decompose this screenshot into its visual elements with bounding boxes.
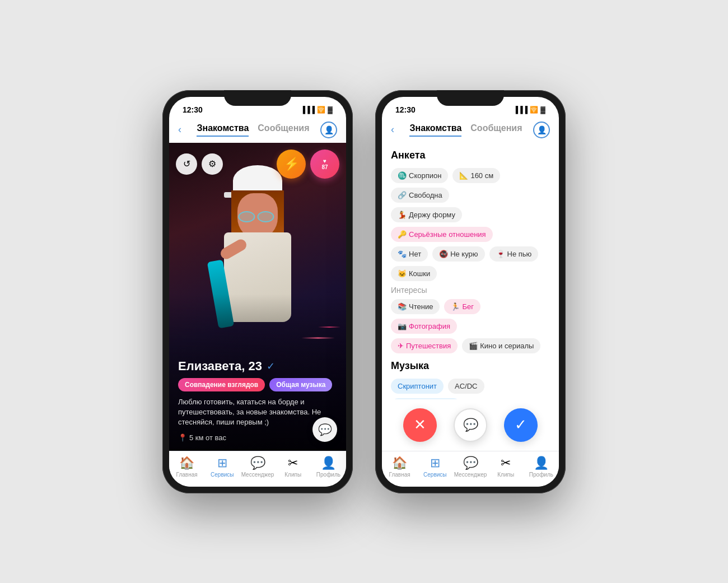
chip-fitness-icon: 💃	[398, 211, 407, 219]
tab-dating-1[interactable]: Знакомства	[197, 123, 249, 137]
location-text: 5 км от вас	[189, 433, 226, 442]
dislike-button[interactable]: ✕	[403, 408, 437, 442]
nav-bar-2: ‹ Знакомства Сообщения 👤	[382, 119, 559, 143]
chip-relationship: 🔑Серьёзные отношения	[391, 227, 493, 242]
chip-status-text: Свободна	[409, 191, 442, 199]
filter-button[interactable]: ⚙	[202, 153, 223, 175]
likes-counter[interactable]: ♥ 87	[310, 150, 339, 179]
refresh-button[interactable]: ↺	[176, 153, 197, 175]
phone-2-screen: 12:30 ▐▐▐ 🛜 ▓ ‹ Знакомства Сообщения 👤 А…	[382, 97, 559, 487]
dating-card[interactable]: ↺ ⚙ ⚡ ♥ 87	[169, 143, 346, 451]
chip-photo-text: Фотография	[409, 322, 450, 330]
profile-icon-1[interactable]: 👤	[320, 122, 337, 138]
chip-children-icon: 🐾	[398, 250, 407, 258]
tag-views: Совпадение взглядов	[178, 378, 265, 391]
chip-smoking-text: Не курю	[450, 250, 478, 258]
tags-row: Совпадение взглядов Общая музыка	[178, 378, 337, 391]
nav-tabs-2: Знакомства Сообщения	[399, 123, 533, 137]
battery-icon-2: ▓	[540, 106, 545, 114]
tab-home-1[interactable]: 🏠 Главная	[169, 456, 204, 478]
interests-row-2: ✈Путешествия 🎬Кино и сериалы	[391, 338, 550, 353]
tab-services-1[interactable]: ⊞ Сервисы	[204, 456, 240, 478]
chip-skriptonit: Скриптонит	[391, 379, 444, 394]
tab-messenger-2[interactable]: 💬 Мессенджер	[452, 456, 488, 478]
interests-row-1: 📚Чтение 🏃Бег 📷Фотография	[391, 299, 550, 334]
top-right-controls: ⚡ ♥ 87	[277, 150, 339, 179]
tab-clips-2[interactable]: ✂ Клипы	[488, 456, 524, 478]
chip-travel: ✈Путешествия	[391, 338, 458, 353]
chip-acdc-text: AC/DC	[455, 382, 477, 390]
chip-children-text: Нет	[409, 250, 421, 258]
glasses	[238, 211, 274, 222]
chip-running: 🏃Бег	[444, 299, 480, 314]
signal-icon: ▐▐▐	[301, 106, 315, 114]
chip-smoking-icon: 🚭	[439, 250, 448, 258]
tab-home-2[interactable]: 🏠 Главная	[382, 456, 417, 478]
back-button-2[interactable]: ‹	[391, 124, 394, 136]
chat-float-button[interactable]: 💬	[312, 417, 337, 442]
boost-button[interactable]: ⚡	[277, 150, 306, 179]
chip-zodiac-icon: ♏	[398, 171, 407, 180]
music-title: Музыка	[391, 360, 550, 372]
music-section: Музыка Скриптонит AC/DC Justin Timberlak…	[391, 360, 550, 399]
chip-pets-icon: 🐱	[398, 269, 407, 278]
tab-bar-1: 🏠 Главная ⊞ Сервисы 💬 Мессенджер ✂ Клипы…	[169, 451, 346, 487]
chip-cinema-icon: 🎬	[469, 342, 478, 350]
user-name-line: Елизавета, 23 ✓	[178, 359, 337, 374]
profile-tab-label-1: Профиль	[316, 472, 340, 478]
wifi-icon: 🛜	[317, 106, 325, 114]
chip-drinking-text: Не пью	[507, 250, 532, 258]
status-icons-2: ▐▐▐ 🛜 ▓	[514, 106, 545, 114]
card-top-controls: ↺ ⚙ ⚡ ♥ 87	[176, 150, 339, 179]
chip-pets-text: Кошки	[409, 269, 430, 278]
tab-clips-1[interactable]: ✂ Клипы	[276, 456, 311, 478]
tag-music: Общая музыка	[269, 378, 332, 391]
chip-rel-text: Серьёзные отношения	[409, 230, 486, 239]
profile-tab-icon-1: 👤	[321, 456, 336, 470]
chip-height-icon: 📐	[459, 171, 468, 180]
services-label-2: Сервисы	[423, 472, 446, 478]
tab-dating-2[interactable]: Знакомства	[409, 123, 461, 137]
nav-bar-1: ‹ Знакомства Сообщения 👤	[169, 119, 346, 143]
chip-status-icon: 🔗	[398, 191, 407, 199]
back-button-1[interactable]: ‹	[178, 124, 181, 136]
battery-icon: ▓	[328, 106, 333, 114]
like-button[interactable]: ✓	[504, 408, 538, 442]
profile-avatar-icon-2: 👤	[537, 125, 547, 134]
clips-label-1: Клипы	[284, 472, 301, 478]
interests-label: Интересы	[391, 286, 550, 295]
status-time-2: 12:30	[395, 105, 416, 114]
tab-messages-2[interactable]: Сообщения	[470, 123, 522, 137]
messenger-icon-1: 💬	[250, 456, 265, 470]
chip-fitness-text: Держу форму	[409, 211, 455, 219]
tab-profile-2[interactable]: 👤 Профиль	[524, 456, 559, 478]
chip-reading-icon: 📚	[398, 302, 407, 311]
profile-avatar-icon: 👤	[324, 125, 334, 134]
profile-icon-2[interactable]: 👤	[533, 122, 550, 138]
user-name: Елизавета, 23	[178, 359, 262, 374]
verified-icon: ✓	[267, 360, 275, 372]
tab-messages-1[interactable]: Сообщения	[258, 123, 309, 137]
services-icon-2: ⊞	[430, 456, 440, 470]
likes-icon: ♥	[323, 158, 326, 164]
home-label-2: Главная	[389, 472, 410, 478]
tab-messenger-1[interactable]: 💬 Мессенджер	[240, 456, 275, 478]
notch-1	[224, 90, 291, 106]
messenger-label-1: Мессенджер	[241, 472, 274, 478]
chat-icon: 💬	[318, 423, 332, 436]
services-icon-1: ⊞	[217, 456, 227, 470]
chips-row-4: 🐱Кошки	[391, 266, 550, 281]
chip-photo-icon: 📷	[398, 322, 407, 330]
tab-profile-1[interactable]: 👤 Профиль	[311, 456, 346, 478]
signal-icon-2: ▐▐▐	[514, 106, 528, 114]
chip-pets: 🐱Кошки	[391, 266, 437, 281]
chat-action-icon: 💬	[463, 418, 478, 432]
action-buttons: ✕ 💬 ✓	[382, 399, 559, 451]
chip-drinking-icon: 🍷	[496, 250, 505, 258]
dislike-icon: ✕	[414, 416, 426, 433]
tab-services-2[interactable]: ⊞ Сервисы	[417, 456, 452, 478]
chip-zodiac: ♏Скорпион	[391, 168, 448, 183]
chat-action-button[interactable]: 💬	[454, 408, 487, 442]
tab-bar-2: 🏠 Главная ⊞ Сервисы 💬 Мессенджер ✂ Клипы…	[382, 451, 559, 487]
chip-drinking: 🍷Не пью	[489, 246, 539, 262]
